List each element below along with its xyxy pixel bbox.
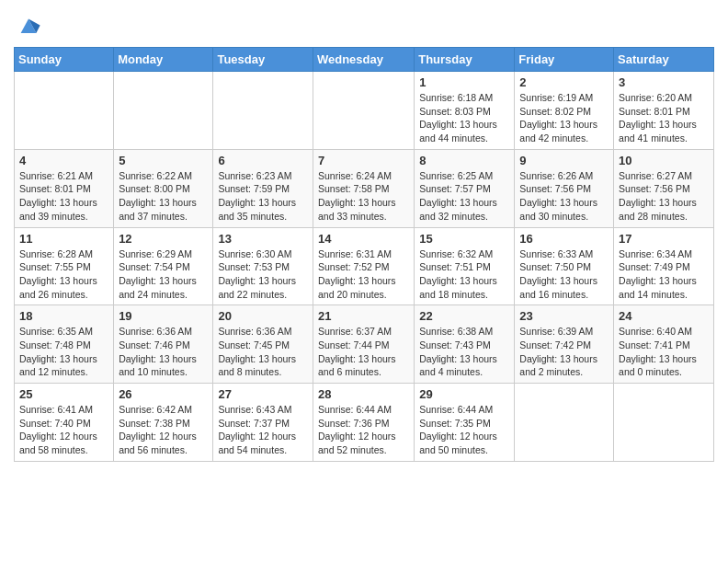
day-cell: 2Sunrise: 6:19 AM Sunset: 8:02 PM Daylig… — [515, 72, 614, 150]
day-number: 19 — [119, 309, 208, 323]
day-info: Sunrise: 6:30 AM Sunset: 7:53 PM Dayligh… — [218, 247, 308, 302]
day-cell: 26Sunrise: 6:42 AM Sunset: 7:38 PM Dayli… — [114, 384, 213, 462]
day-number: 25 — [19, 387, 108, 401]
day-number: 21 — [318, 309, 409, 323]
day-cell: 25Sunrise: 6:41 AM Sunset: 7:40 PM Dayli… — [15, 384, 114, 462]
day-cell: 12Sunrise: 6:29 AM Sunset: 7:54 PM Dayli… — [114, 227, 213, 305]
day-cell: 19Sunrise: 6:36 AM Sunset: 7:46 PM Dayli… — [114, 305, 213, 384]
day-cell: 29Sunrise: 6:44 AM Sunset: 7:35 PM Dayli… — [415, 384, 515, 462]
calendar-header: SundayMondayTuesdayWednesdayThursdayFrid… — [15, 48, 714, 72]
day-number: 14 — [318, 232, 409, 246]
day-cell: 5Sunrise: 6:22 AM Sunset: 8:00 PM Daylig… — [114, 149, 213, 227]
day-info: Sunrise: 6:44 AM Sunset: 7:36 PM Dayligh… — [318, 403, 409, 457]
day-number: 24 — [619, 309, 709, 323]
day-cell: 9Sunrise: 6:26 AM Sunset: 7:56 PM Daylig… — [515, 149, 614, 227]
day-info: Sunrise: 6:24 AM Sunset: 7:58 PM Dayligh… — [318, 169, 409, 224]
day-cell: 13Sunrise: 6:30 AM Sunset: 7:53 PM Dayli… — [213, 227, 313, 305]
day-number: 27 — [218, 387, 308, 401]
day-number: 1 — [419, 75, 509, 89]
day-cell: 3Sunrise: 6:20 AM Sunset: 8:01 PM Daylig… — [614, 72, 714, 150]
day-cell: 23Sunrise: 6:39 AM Sunset: 7:42 PM Dayli… — [515, 305, 614, 384]
day-cell: 14Sunrise: 6:31 AM Sunset: 7:52 PM Dayli… — [313, 227, 414, 305]
day-info: Sunrise: 6:39 AM Sunset: 7:42 PM Dayligh… — [519, 325, 609, 379]
header — [14, 9, 714, 40]
day-number: 16 — [519, 232, 609, 246]
day-cell: 18Sunrise: 6:35 AM Sunset: 7:48 PM Dayli… — [15, 305, 114, 384]
day-info: Sunrise: 6:28 AM Sunset: 7:55 PM Dayligh… — [19, 247, 108, 302]
day-number: 3 — [619, 75, 709, 89]
day-cell: 22Sunrise: 6:38 AM Sunset: 7:43 PM Dayli… — [415, 305, 515, 384]
day-number: 26 — [119, 387, 208, 401]
day-cell — [313, 72, 414, 150]
day-number: 9 — [519, 154, 609, 167]
week-row-4: 18Sunrise: 6:35 AM Sunset: 7:48 PM Dayli… — [15, 305, 714, 384]
logo-icon — [16, 14, 41, 40]
day-number: 2 — [519, 75, 609, 89]
day-cell: 20Sunrise: 6:36 AM Sunset: 7:45 PM Dayli… — [213, 305, 313, 384]
day-number: 13 — [218, 232, 308, 246]
day-number: 7 — [318, 154, 409, 167]
day-number: 18 — [19, 309, 108, 323]
day-info: Sunrise: 6:22 AM Sunset: 8:00 PM Dayligh… — [119, 169, 208, 224]
day-info: Sunrise: 6:23 AM Sunset: 7:59 PM Dayligh… — [218, 169, 308, 224]
day-info: Sunrise: 6:37 AM Sunset: 7:44 PM Dayligh… — [318, 325, 409, 379]
day-cell: 11Sunrise: 6:28 AM Sunset: 7:55 PM Dayli… — [15, 227, 114, 305]
day-cell — [15, 72, 114, 150]
day-number: 29 — [419, 387, 509, 401]
header-cell-sunday: Sunday — [15, 48, 114, 72]
week-row-5: 25Sunrise: 6:41 AM Sunset: 7:40 PM Dayli… — [15, 384, 714, 462]
day-info: Sunrise: 6:25 AM Sunset: 7:57 PM Dayligh… — [419, 169, 509, 224]
day-number: 17 — [619, 232, 709, 246]
day-number: 15 — [419, 232, 509, 246]
day-cell — [614, 384, 714, 462]
header-cell-friday: Friday — [515, 48, 614, 72]
day-info: Sunrise: 6:40 AM Sunset: 7:41 PM Dayligh… — [619, 325, 709, 379]
day-cell: 8Sunrise: 6:25 AM Sunset: 7:57 PM Daylig… — [415, 149, 515, 227]
day-info: Sunrise: 6:36 AM Sunset: 7:45 PM Dayligh… — [218, 325, 308, 379]
day-cell: 4Sunrise: 6:21 AM Sunset: 8:01 PM Daylig… — [15, 149, 114, 227]
day-info: Sunrise: 6:35 AM Sunset: 7:48 PM Dayligh… — [19, 325, 108, 379]
day-info: Sunrise: 6:36 AM Sunset: 7:46 PM Dayligh… — [119, 325, 208, 379]
day-cell — [213, 72, 313, 150]
day-number: 12 — [119, 232, 208, 246]
day-info: Sunrise: 6:32 AM Sunset: 7:51 PM Dayligh… — [419, 247, 509, 302]
day-number: 5 — [119, 154, 208, 167]
header-cell-monday: Monday — [114, 48, 213, 72]
week-row-2: 4Sunrise: 6:21 AM Sunset: 8:01 PM Daylig… — [15, 149, 714, 227]
day-info: Sunrise: 6:33 AM Sunset: 7:50 PM Dayligh… — [519, 247, 609, 302]
header-cell-wednesday: Wednesday — [313, 48, 414, 72]
day-cell: 16Sunrise: 6:33 AM Sunset: 7:50 PM Dayli… — [515, 227, 614, 305]
day-cell: 27Sunrise: 6:43 AM Sunset: 7:37 PM Dayli… — [213, 384, 313, 462]
day-cell: 24Sunrise: 6:40 AM Sunset: 7:41 PM Dayli… — [614, 305, 714, 384]
day-number: 28 — [318, 387, 409, 401]
day-number: 11 — [19, 232, 108, 246]
calendar-table: SundayMondayTuesdayWednesdayThursdayFrid… — [14, 47, 714, 462]
day-cell: 10Sunrise: 6:27 AM Sunset: 7:56 PM Dayli… — [614, 149, 714, 227]
header-cell-saturday: Saturday — [614, 48, 714, 72]
day-info: Sunrise: 6:21 AM Sunset: 8:01 PM Dayligh… — [19, 169, 108, 224]
day-info: Sunrise: 6:26 AM Sunset: 7:56 PM Dayligh… — [519, 169, 609, 224]
day-cell: 15Sunrise: 6:32 AM Sunset: 7:51 PM Dayli… — [415, 227, 515, 305]
day-info: Sunrise: 6:18 AM Sunset: 8:03 PM Dayligh… — [419, 91, 509, 145]
day-info: Sunrise: 6:38 AM Sunset: 7:43 PM Dayligh… — [419, 325, 509, 379]
week-row-1: 1Sunrise: 6:18 AM Sunset: 8:03 PM Daylig… — [15, 72, 714, 150]
week-row-3: 11Sunrise: 6:28 AM Sunset: 7:55 PM Dayli… — [15, 227, 714, 305]
calendar-body: 1Sunrise: 6:18 AM Sunset: 8:03 PM Daylig… — [15, 72, 714, 462]
day-cell: 17Sunrise: 6:34 AM Sunset: 7:49 PM Dayli… — [614, 227, 714, 305]
header-row: SundayMondayTuesdayWednesdayThursdayFrid… — [15, 48, 714, 72]
day-cell — [515, 384, 614, 462]
day-info: Sunrise: 6:29 AM Sunset: 7:54 PM Dayligh… — [119, 247, 208, 302]
header-cell-thursday: Thursday — [415, 48, 515, 72]
day-cell: 7Sunrise: 6:24 AM Sunset: 7:58 PM Daylig… — [313, 149, 414, 227]
day-info: Sunrise: 6:27 AM Sunset: 7:56 PM Dayligh… — [619, 169, 709, 224]
day-cell: 6Sunrise: 6:23 AM Sunset: 7:59 PM Daylig… — [213, 149, 313, 227]
day-cell: 21Sunrise: 6:37 AM Sunset: 7:44 PM Dayli… — [313, 305, 414, 384]
day-number: 23 — [519, 309, 609, 323]
day-info: Sunrise: 6:44 AM Sunset: 7:35 PM Dayligh… — [419, 403, 509, 457]
day-cell: 28Sunrise: 6:44 AM Sunset: 7:36 PM Dayli… — [313, 384, 414, 462]
day-info: Sunrise: 6:42 AM Sunset: 7:38 PM Dayligh… — [119, 403, 208, 457]
day-number: 20 — [218, 309, 308, 323]
day-info: Sunrise: 6:20 AM Sunset: 8:01 PM Dayligh… — [619, 91, 709, 145]
header-cell-tuesday: Tuesday — [213, 48, 313, 72]
day-info: Sunrise: 6:34 AM Sunset: 7:49 PM Dayligh… — [619, 247, 709, 302]
